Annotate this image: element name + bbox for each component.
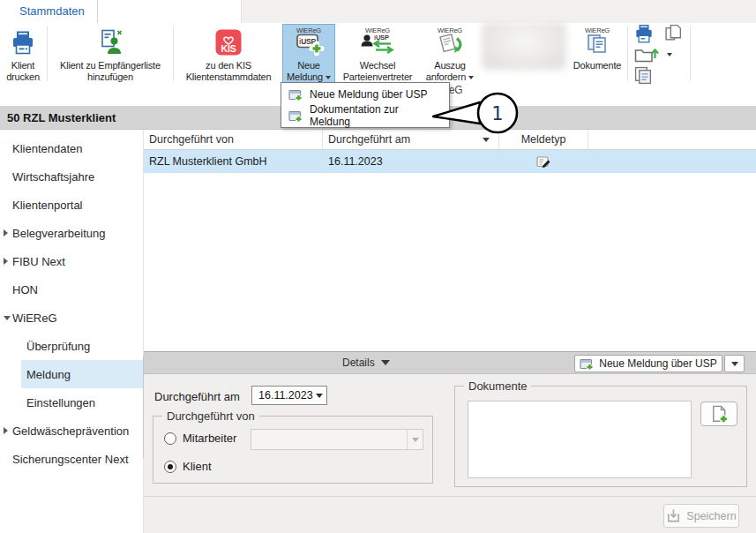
neue-meldung-label: Neue Meldung: [282, 60, 335, 83]
meldungen-table: Durchgeführt von Durchgeführt am Meldety…: [144, 130, 756, 351]
wiereg-wechsel-icon: WiEReG iUSP: [358, 26, 397, 59]
cell-durchgefuehrt-von: RZL Musterklient GmbH: [144, 155, 323, 168]
sidebar-item-einstellungen[interactable]: Einstellungen: [0, 388, 143, 417]
dropdown-caret-icon: [326, 76, 331, 79]
svg-text:iUSP: iUSP: [374, 34, 389, 41]
sidebar-item-belegverarbeitung[interactable]: Belegverarbeitung: [0, 219, 143, 247]
sidebar-item-sicherungscenter-next[interactable]: Sicherungscenter Next: [0, 445, 143, 473]
auszug-anfordern-label: Auszug anfordern: [420, 60, 480, 83]
wechsel-parteienvertreter-button[interactable]: WiEReG iUSP Wechsel Parteienvertreter: [335, 24, 420, 86]
window-plus-icon: [288, 109, 303, 123]
sidebar-item-wirtschaftsjahre[interactable]: Wirtschaftsjahre: [0, 162, 143, 191]
neue-meldung-dropdown-button[interactable]: [724, 355, 745, 372]
kis-stammdaten-label: zu den KIS Klientenstammdaten: [175, 60, 282, 83]
wechsel-parteienvertreter-label: Wechsel Parteienvertreter: [335, 60, 420, 83]
svg-text:KIS: KIS: [221, 43, 236, 54]
dokumente-label: Dokumente: [573, 60, 621, 71]
save-icon: [666, 508, 681, 523]
ribbon-separator: [47, 26, 48, 81]
durchgefuehrt-von-group: Durchgeführt von Mitarbeiter Klient: [153, 416, 433, 484]
window-plus-icon: [580, 357, 594, 371]
dropdown-caret-icon: [468, 76, 474, 79]
redacted-button: [482, 22, 566, 70]
document-add-icon: [709, 404, 730, 424]
dropdown-caret-icon: [731, 362, 738, 366]
folder-export-icon[interactable]: [634, 47, 659, 64]
printer-icon: [11, 30, 35, 55]
sidebar-item-meldung[interactable]: Meldung: [0, 360, 143, 388]
wiereg-auszug-icon: WiEReG: [433, 26, 467, 59]
dokumente-listbox[interactable]: [468, 401, 692, 478]
mitarbeiter-combobox-disabled: [251, 429, 423, 450]
collapse-icon: [381, 360, 390, 365]
tab-bar-spacer: [241, 0, 756, 23]
sidebar-item-wiereg[interactable]: WiEReG: [0, 304, 143, 332]
date-value: 16.11.2023: [252, 389, 313, 402]
expand-collapsed-icon[interactable]: [4, 258, 8, 265]
svg-text:WiEReG: WiEReG: [438, 26, 462, 34]
klient-drucken-label: Klient drucken: [0, 60, 46, 83]
column-header-filler: [588, 130, 756, 149]
svg-text:iUSP: iUSP: [299, 37, 317, 46]
dokumente-group-label: Dokumente: [464, 379, 531, 393]
radio-selected-icon[interactable]: [164, 461, 176, 473]
klient-drucken-button[interactable]: Klient drucken: [0, 24, 46, 86]
sidebar-navigation: Klientendaten Wirtschaftsjahre Klientenp…: [0, 130, 143, 533]
cell-durchgefuehrt-am: 16.11.2023: [323, 155, 499, 168]
ribbon-separator: [173, 26, 174, 81]
dokumente-button[interactable]: WiEReG Dokumente: [568, 24, 626, 86]
dropdown-caret-icon: [316, 394, 323, 398]
dropdown-caret-icon: [412, 438, 419, 442]
quick-tools-group: [632, 24, 689, 86]
pages-icon[interactable]: [664, 24, 683, 42]
sidebar-item-hon[interactable]: HON: [0, 275, 143, 304]
note-edit-icon: [536, 155, 551, 169]
expand-collapsed-icon[interactable]: [4, 427, 8, 434]
window-plus-icon: [288, 88, 303, 101]
sidebar-item-geldwaeschepraevention[interactable]: Geldwäscheprävention: [0, 417, 143, 445]
annotation-callout-1: 1: [422, 87, 526, 140]
neue-meldung-usp-button[interactable]: Neue Meldung über USP: [574, 355, 722, 372]
radio-unselected-icon[interactable]: [164, 432, 176, 445]
expand-expanded-icon[interactable]: [4, 316, 11, 320]
sidebar-item-klientendaten[interactable]: Klientendaten: [0, 134, 143, 162]
sidebar-item-fibu-next[interactable]: FIBU Next: [0, 247, 143, 275]
tab-stammdaten[interactable]: Stammdaten: [7, 0, 98, 23]
column-header-durchgefuehrt-von[interactable]: Durchgeführt von: [144, 130, 323, 149]
kis-stammdaten-button[interactable]: KIS zu den KIS Klientenstammdaten: [175, 24, 282, 86]
svg-text:WiEReG: WiEReG: [585, 26, 610, 34]
client-title: 50 RZL Musterklient: [7, 111, 116, 124]
durchgefuehrt-von-group-label: Durchgeführt von: [162, 409, 259, 423]
empfaengerliste-button[interactable]: Klient zu Empfängerliste hinzufügen: [49, 24, 172, 86]
empfaengerliste-label: Klient zu Empfängerliste hinzufügen: [49, 60, 172, 83]
tab-bar: Stammdaten: [0, 0, 756, 23]
sidebar-item-ueberpruefung[interactable]: Überprüfung: [0, 332, 143, 360]
folder-export-caret-icon[interactable]: [667, 53, 672, 56]
svg-text:WiEReG: WiEReG: [296, 26, 321, 34]
callout-number: 1: [491, 103, 503, 124]
auszug-anfordern-button[interactable]: WiEReG Auszug anfordern: [420, 24, 480, 86]
print-icon[interactable]: [634, 24, 654, 43]
ribbon-separator: [690, 26, 691, 81]
table-row[interactable]: RZL Musterklient GmbH 16.11.2023: [144, 150, 756, 173]
speichern-button[interactable]: Speichern: [663, 504, 739, 528]
wiereg-dokumente-icon: WiEReG: [582, 26, 612, 59]
neue-meldung-button[interactable]: WiEReG iUSP Neue Meldung: [282, 24, 335, 86]
date-combobox[interactable]: 16.11.2023: [251, 386, 327, 405]
copy-icon[interactable]: [634, 66, 653, 85]
add-document-button[interactable]: [700, 402, 737, 426]
cell-meldetyp: [499, 155, 588, 169]
sidebar-item-klientenportal[interactable]: Klientenportal: [0, 191, 143, 219]
action-bar: Speichern: [144, 496, 756, 533]
date-label: Durchgeführt am: [154, 390, 240, 403]
details-form: Durchgeführt am 16.11.2023 Durchgeführt …: [144, 374, 756, 496]
radio-klient[interactable]: Klient: [164, 460, 212, 473]
document-person-icon: [97, 29, 124, 56]
kis-icon: KIS: [215, 29, 242, 56]
details-bar: Details Neue Meldung über USP: [144, 351, 756, 374]
wiereg-usp-new-icon: WiEReG iUSP: [292, 26, 326, 59]
details-toggle[interactable]: Details: [342, 352, 390, 373]
expand-collapsed-icon[interactable]: [4, 229, 8, 236]
dokumente-group: Dokumente: [454, 386, 747, 487]
radio-mitarbeiter[interactable]: Mitarbeiter: [164, 432, 236, 445]
